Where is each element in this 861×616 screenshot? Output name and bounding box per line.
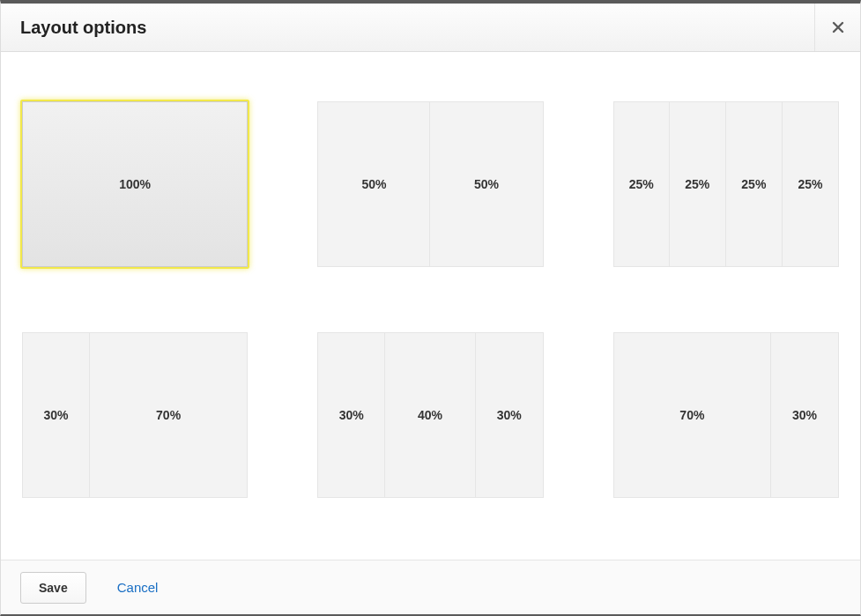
layout-column: 70% <box>90 332 248 498</box>
dialog-header: Layout options <box>1 4 860 52</box>
layout-column: 25% <box>670 101 726 267</box>
layout-column: 30% <box>317 332 385 498</box>
layout-column: 70% <box>613 332 771 498</box>
close-button[interactable] <box>814 4 860 51</box>
layout-option-0[interactable]: 100% <box>20 100 249 269</box>
layout-column: 25% <box>613 101 670 267</box>
layout-option-2[interactable]: 25%25%25%25% <box>612 100 841 269</box>
layout-option-5[interactable]: 70%30% <box>612 330 841 500</box>
layout-column: 40% <box>385 332 476 498</box>
dialog-title: Layout options <box>20 18 146 38</box>
layout-option-4[interactable]: 30%40%30% <box>315 330 545 500</box>
save-button[interactable]: Save <box>20 572 86 604</box>
layout-column: 25% <box>783 101 839 267</box>
layout-column: 100% <box>22 101 248 267</box>
layout-column: 25% <box>726 101 783 267</box>
layout-column: 50% <box>317 101 430 267</box>
layout-option-3[interactable]: 30%70% <box>20 330 249 500</box>
layout-column: 30% <box>771 332 839 498</box>
cancel-link[interactable]: Cancel <box>117 580 159 595</box>
layout-column: 50% <box>430 101 543 267</box>
layout-column: 30% <box>476 332 544 498</box>
layout-column: 30% <box>22 332 90 498</box>
dialog-footer: Save Cancel <box>1 560 860 614</box>
layout-grid: 100%50%50%25%25%25%25%30%70%30%40%30%70%… <box>20 100 841 500</box>
dialog-content: 100%50%50%25%25%25%25%30%70%30%40%30%70%… <box>1 52 860 560</box>
close-icon <box>831 20 845 34</box>
layout-option-1[interactable]: 50%50% <box>315 100 545 269</box>
